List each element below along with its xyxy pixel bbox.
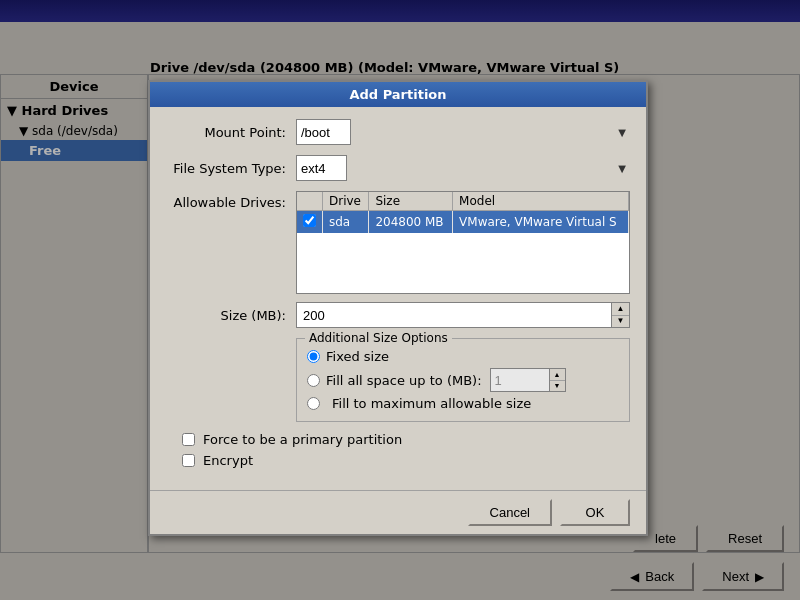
- mount-point-select[interactable]: /boot: [296, 119, 351, 145]
- fill-max-label: Fill to maximum allowable size: [332, 396, 531, 411]
- mount-point-select-wrap: /boot: [296, 119, 630, 145]
- size-input[interactable]: [296, 302, 612, 328]
- size-spin-down[interactable]: ▼: [612, 316, 629, 328]
- encrypt-row: Encrypt: [182, 453, 630, 468]
- dialog-buttons: Cancel OK: [150, 490, 646, 534]
- dialog-body: Mount Point: /boot File System Type: ext…: [150, 107, 646, 486]
- additional-size-legend: Additional Size Options: [305, 331, 452, 345]
- size-spin-buttons: ▲ ▼: [612, 302, 630, 328]
- size-spinbox: ▲ ▼: [296, 302, 630, 328]
- col-size: Size: [369, 192, 453, 211]
- row-check[interactable]: [297, 211, 323, 234]
- fill-spin-down[interactable]: ▼: [550, 381, 565, 392]
- fill-space-row: Fill all space up to (MB): ▲ ▼: [307, 368, 619, 392]
- fs-type-select[interactable]: ext4: [296, 155, 347, 181]
- ok-button[interactable]: OK: [560, 499, 630, 526]
- col-model: Model: [453, 192, 629, 211]
- encrypt-checkbox[interactable]: [182, 454, 195, 467]
- force-primary-checkbox[interactable]: [182, 433, 195, 446]
- fixed-size-row: Fixed size: [307, 349, 619, 364]
- size-spin-up[interactable]: ▲: [612, 303, 629, 316]
- row-size: 204800 MB: [369, 211, 453, 234]
- fill-spin-up[interactable]: ▲: [550, 369, 565, 381]
- mount-point-label: Mount Point:: [166, 125, 296, 140]
- row-drive: sda: [323, 211, 369, 234]
- dialog-titlebar: Add Partition: [150, 82, 646, 107]
- drive-checkbox[interactable]: [303, 214, 316, 227]
- fill-spinbox-buttons: ▲ ▼: [550, 368, 566, 392]
- drives-table-wrap: Drive Size Model sda 204800 MB VMwa: [296, 191, 630, 294]
- fill-space-spinbox: ▲ ▼: [490, 368, 566, 392]
- col-drive: Drive: [323, 192, 369, 211]
- size-row: Size (MB): ▲ ▼: [166, 302, 630, 328]
- allowable-drives-label: Allowable Drives:: [166, 191, 296, 210]
- row-model: VMware, VMware Virtual S: [453, 211, 629, 234]
- fs-type-label: File System Type:: [166, 161, 296, 176]
- add-partition-dialog: Add Partition Mount Point: /boot File Sy…: [148, 80, 648, 536]
- fill-space-input[interactable]: [490, 368, 550, 392]
- force-primary-label: Force to be a primary partition: [203, 432, 402, 447]
- col-check: [297, 192, 323, 211]
- additional-size-options: Additional Size Options Fixed size Fill …: [296, 338, 630, 422]
- size-label: Size (MB):: [166, 308, 296, 323]
- drives-table: Drive Size Model sda 204800 MB VMwa: [297, 192, 629, 233]
- allowable-drives-row: Allowable Drives: Drive Size Model: [166, 191, 630, 294]
- mount-point-row: Mount Point: /boot: [166, 119, 630, 145]
- fs-type-select-wrap: ext4: [296, 155, 630, 181]
- table-row[interactable]: sda 204800 MB VMware, VMware Virtual S: [297, 211, 629, 234]
- fill-max-radio[interactable]: [307, 397, 320, 410]
- cancel-button[interactable]: Cancel: [468, 499, 552, 526]
- encrypt-label: Encrypt: [203, 453, 253, 468]
- force-primary-row: Force to be a primary partition: [182, 432, 630, 447]
- fs-type-row: File System Type: ext4: [166, 155, 630, 181]
- fixed-size-radio[interactable]: [307, 350, 320, 363]
- fill-space-label: Fill all space up to (MB):: [326, 373, 482, 388]
- fill-max-row: Fill to maximum allowable size: [307, 396, 619, 411]
- fixed-size-label: Fixed size: [326, 349, 389, 364]
- drives-table-empty: [297, 233, 629, 293]
- fill-space-radio[interactable]: [307, 374, 320, 387]
